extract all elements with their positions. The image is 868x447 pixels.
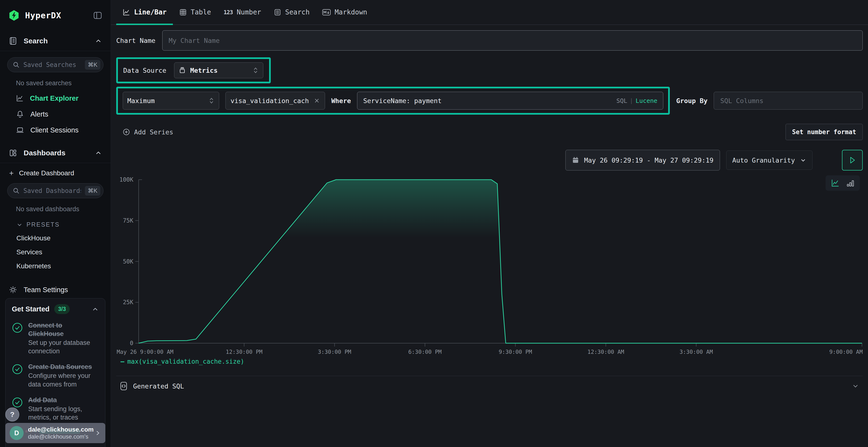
presets-toggle[interactable]: PRESETS <box>17 221 103 228</box>
onboarding-step-desc: Set up your database connection <box>28 339 99 355</box>
generated-sql-label: Generated SQL <box>133 382 184 390</box>
onboarding-step[interactable]: Add DataStart sending logs, metrics, or … <box>12 396 99 422</box>
tab-label: Table <box>191 8 211 16</box>
saved-searches-shortcut: ⌘K <box>85 60 100 70</box>
line-chart[interactable]: 025K50K75K100KMay 26 9:00:00 AM12:30:00 … <box>116 175 863 355</box>
onboarding-step-title: Create Data Sources <box>28 363 99 371</box>
date-range-value: May 26 09:29:19 - May 27 09:29:19 <box>584 157 713 164</box>
saved-dashboards-field[interactable] <box>23 187 81 194</box>
journal-icon <box>9 37 18 45</box>
data-source-select[interactable]: Metrics <box>174 62 263 78</box>
tab-table[interactable]: Table <box>173 0 217 24</box>
chevron-up-icon <box>92 306 99 313</box>
preset-services[interactable]: Services <box>17 248 103 256</box>
tab-markdown[interactable]: Markdown <box>316 0 373 24</box>
where-label: Where <box>331 97 351 105</box>
line-chart-icon[interactable] <box>831 179 840 187</box>
sidebar-item-chart-explorer[interactable]: Chart Explorer <box>16 90 95 106</box>
sidebar-collapse-icon[interactable] <box>93 10 102 20</box>
language-lucene-toggle[interactable]: Lucene <box>636 97 657 104</box>
chevron-down-icon <box>17 221 23 228</box>
saved-searches-input[interactable]: ⌘K <box>7 57 103 72</box>
y-tick-label: 0 <box>130 340 133 347</box>
chart-builder: Chart Name Data Source Metrics <box>111 30 868 396</box>
saved-searches-field[interactable] <box>23 61 81 68</box>
group-by-input[interactable] <box>714 92 863 110</box>
help-button[interactable]: ? <box>5 408 19 421</box>
sidebar-section-search[interactable]: Search <box>0 31 111 51</box>
x-tick-label: 6:30:00 PM <box>408 349 441 355</box>
close-icon[interactable] <box>314 98 320 104</box>
preset-kubernetes[interactable]: Kubernetes <box>17 262 103 270</box>
bar-chart-icon[interactable] <box>846 179 855 187</box>
create-dashboard-label: Create Dashboard <box>19 169 74 177</box>
run-query-button[interactable] <box>842 150 863 171</box>
tab-line-bar[interactable]: Line/Bar <box>116 0 173 24</box>
sidebar-section-search-label: Search <box>24 37 48 45</box>
markdown-icon <box>322 9 331 16</box>
legend-line-swatch: — <box>121 358 124 365</box>
onboarding-step[interactable]: Create Data SourcesConfigure where your … <box>12 363 99 388</box>
chart-name-input[interactable] <box>162 30 863 50</box>
preset-clickhouse[interactable]: ClickHouse <box>17 234 103 242</box>
get-started-badge: 3/3 <box>54 304 70 314</box>
add-series-button[interactable]: Add Series <box>116 128 173 136</box>
preset-list: ClickHouseServicesKubernetes <box>7 234 103 270</box>
list-doc-icon <box>274 8 281 16</box>
granularity-value: Auto Granularity <box>732 157 795 164</box>
generated-sql-toggle[interactable]: Generated SQL <box>116 376 863 396</box>
tab-number[interactable]: 123Number <box>217 0 268 24</box>
metric-tag[interactable]: visa_validation_cach <box>225 92 325 110</box>
box-icon <box>179 67 186 74</box>
check-circle-icon <box>12 364 23 388</box>
get-started-header[interactable]: Get Started 3/3 <box>12 304 99 314</box>
group-by-label: Group By <box>676 97 707 105</box>
main-panel: Line/BarTable123NumberSearchMarkdown Cha… <box>111 0 868 447</box>
metric-tag-label: visa_validation_cach <box>230 97 309 105</box>
annotation-box-series: Maximum visa_validation_cach Where Servi… <box>116 87 670 115</box>
where-input[interactable]: ServiceName: payment SQL | Lucene <box>357 92 663 110</box>
tab-label: Markdown <box>335 8 367 16</box>
legend-series-name: max(visa_validation_cache.size) <box>127 358 244 365</box>
granularity-select[interactable]: Auto Granularity <box>726 150 812 170</box>
onboarding-step-texts: Add DataStart sending logs, metrics, or … <box>28 396 99 422</box>
chevron-down-icon <box>851 382 859 390</box>
chart-name-label: Chart Name <box>116 37 156 44</box>
tab-search[interactable]: Search <box>268 0 316 24</box>
onboarding-step-texts: Create Data SourcesConfigure where your … <box>28 363 99 388</box>
legend-item[interactable]: —max(visa_validation_cache.size) <box>121 358 244 365</box>
team-settings-button[interactable]: Team Settings <box>9 285 111 294</box>
x-tick-label: 3:30:00 AM <box>679 349 713 355</box>
create-dashboard-button[interactable]: + Create Dashboard <box>0 163 111 177</box>
chart-name-field[interactable] <box>169 31 856 50</box>
line-chart-icon <box>123 8 130 16</box>
get-started-title: Get Started <box>12 305 50 313</box>
plus-icon: + <box>9 169 14 177</box>
laptop-icon <box>16 126 24 134</box>
calendar-icon <box>572 157 579 164</box>
chevron-down-icon <box>800 157 807 164</box>
onboarding-step[interactable]: Connect to ClickHouseSet up your databas… <box>12 321 99 355</box>
saved-dashboards-shortcut: ⌘K <box>85 186 100 196</box>
annotation-box-data-source: Data Source Metrics <box>116 57 271 83</box>
sidebar-item-client-sessions[interactable]: Client Sessions <box>16 122 95 138</box>
layout-icon <box>9 148 18 157</box>
saved-dashboards-input[interactable]: ⌘K <box>7 183 103 198</box>
add-series-label: Add Series <box>134 128 173 136</box>
chart-type-tabs: Line/BarTable123NumberSearchMarkdown <box>111 0 868 25</box>
search-icon <box>13 61 20 68</box>
y-tick-label: 25K <box>123 299 133 306</box>
date-range-picker[interactable]: May 26 09:29:19 - May 27 09:29:19 <box>565 150 720 171</box>
sidebar-item-alerts[interactable]: Alerts <box>16 106 95 122</box>
where-value: ServiceName: payment <box>363 97 613 105</box>
onboarding-step-title: Connect to ClickHouse <box>28 321 99 338</box>
sidebar-section-dashboards[interactable]: Dashboards <box>0 143 111 163</box>
language-separator: | <box>631 97 632 104</box>
lightning-hexagon-icon <box>8 10 20 21</box>
set-number-format-button[interactable]: Set number format <box>785 124 863 140</box>
language-sql-toggle[interactable]: SQL <box>616 97 627 104</box>
group-by-field[interactable] <box>720 92 856 109</box>
user-menu[interactable]: D dale@clickhouse.com dale@clickhouse.co… <box>5 423 105 443</box>
aggregation-select[interactable]: Maximum <box>123 92 219 110</box>
no-saved-dashboards-text: No saved dashboards <box>16 205 103 213</box>
